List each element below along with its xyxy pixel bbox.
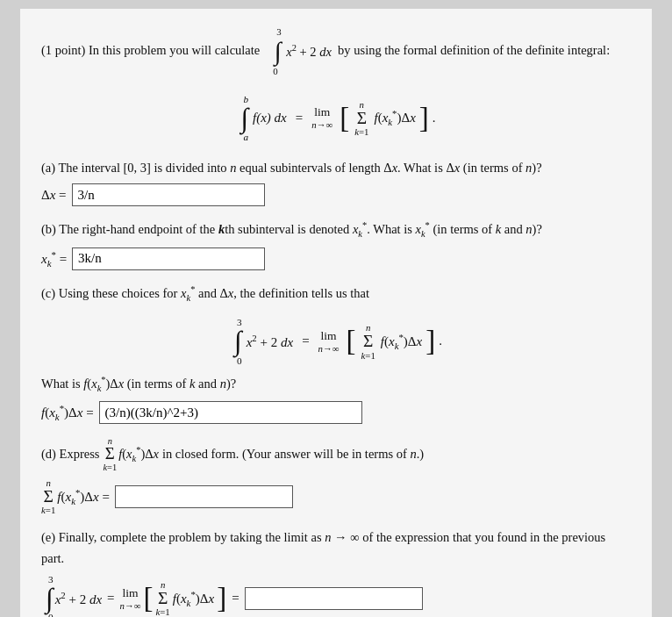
part-b-label: (b) The right-hand endpoint of the kth s… <box>41 219 631 241</box>
part-b-answer-row: xk* = <box>41 248 631 270</box>
part-d-section: (d) Express n Σ k=1 f(xk*)Δx in closed f… <box>41 436 631 515</box>
part-d-label: (d) Express n Σ k=1 f(xk*)Δx in closed f… <box>41 436 631 472</box>
part-e-equals1: = <box>107 591 114 606</box>
part-d-input[interactable] <box>115 485 293 508</box>
part-b-input[interactable] <box>72 248 265 270</box>
intro-integral: 3 ∫ 0 x2 + 2 dx <box>263 43 335 57</box>
part-c-answer-row: f(xk*)Δx = <box>41 401 631 424</box>
part-d-text1: (d) Express <box>41 447 99 462</box>
part-d-text2: in closed form. (Your answer will be in … <box>162 447 424 462</box>
part-e-integral: 3 ∫ 0 x2 + 2 dx <box>41 574 102 617</box>
intro-text: (1 point) In this problem you will calcu… <box>41 43 260 57</box>
part-a-label: (a) The interval [0, 3] is divided into … <box>41 158 631 178</box>
part-d-answer-row: n Σ k=1 f(xk*)Δx = <box>41 477 631 516</box>
part-d-prefix: n Σ k=1 f(xk*)Δx = <box>41 477 110 516</box>
part-c-label: (c) Using these choices for xk* and Δx, … <box>41 283 631 305</box>
part-c-prefix: f(xk*)Δx = <box>41 403 94 422</box>
part-e-input[interactable] <box>245 587 423 610</box>
part-a-input[interactable] <box>72 183 265 206</box>
part-c-question: What is f(xk*)Δx (in terms of k and n)? … <box>41 373 631 424</box>
part-a-prefix: Δx = <box>41 188 67 203</box>
part-e-lim-sum: lim n→∞ [ n Σ k=1 f(xk*)Δx ] <box>120 579 227 617</box>
part-c-section: (c) Using these choices for xk* and Δx, … <box>41 283 631 424</box>
part-e-answer-row: 3 ∫ 0 x2 + 2 dx = lim n→∞ [ n Σ k=1 <box>41 574 631 617</box>
part-a-answer-row: Δx = <box>41 183 631 206</box>
part-e-section: (e) Finally, complete the problem by tak… <box>41 527 631 617</box>
part-b-section: (b) The right-hand endpoint of the kth s… <box>41 219 631 269</box>
part-d-sum-expr: n Σ k=1 f(xk*)Δx <box>103 436 159 472</box>
intro-line: (1 point) In this problem you will calcu… <box>41 25 631 79</box>
part-c-question-label: What is f(xk*)Δx (in terms of k and n)? <box>41 373 631 396</box>
main-page: (1 point) In this problem you will calcu… <box>20 9 652 617</box>
part-e-equals2: = <box>232 591 239 606</box>
part-e-label: (e) Finally, complete the problem by tak… <box>41 527 631 568</box>
formal-definition-formula: b ∫ a f(x) dx = lim n→∞ [ n Σ k=1 f(xk*)… <box>41 91 631 143</box>
part-c-input[interactable] <box>99 401 362 424</box>
part-a-section: (a) The interval [0, 3] is divided into … <box>41 158 631 206</box>
intro-suffix: by using the formal definition of the de… <box>338 43 610 57</box>
part-a-text: (a) The interval [0, 3] is divided into … <box>41 161 542 175</box>
part-c-formula: 3 ∫ 0 x2 + 2 dx = lim n→∞ [ n Σ k=1 f(xk… <box>41 314 631 366</box>
part-b-prefix: xk* = <box>41 249 67 269</box>
